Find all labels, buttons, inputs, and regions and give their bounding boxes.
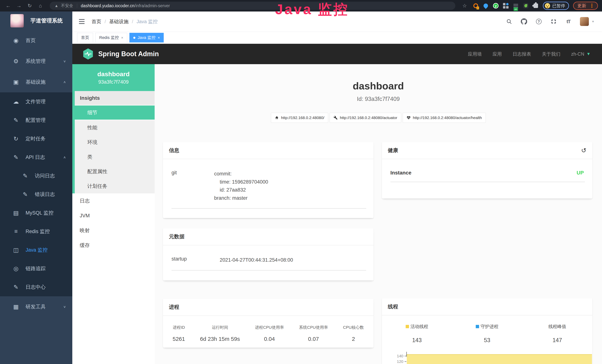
sidebar-item-file[interactable]: ☁ 文件管理 xyxy=(0,92,72,111)
browser-menu-icon[interactable]: ⋮ xyxy=(589,3,595,8)
sidebar-item-java[interactable]: ◫ Java 监控 xyxy=(0,241,72,259)
address-bar[interactable]: ▲ 不安全 dashboard.yudao.iocoder.cn/infra/a… xyxy=(50,2,455,10)
sba-nav-about[interactable]: 关于我们 xyxy=(542,51,560,57)
sba-nav-wallboard[interactable]: 应用墙 xyxy=(468,51,482,57)
sba-item-mappings[interactable]: 映射 xyxy=(72,223,155,238)
extension-orange-ring-icon[interactable]: 1 xyxy=(473,3,479,9)
search-icon[interactable] xyxy=(506,18,512,25)
process-col-pid: 进程ID 5261 xyxy=(172,325,185,342)
sba-item-environment[interactable]: 环境 xyxy=(75,135,155,150)
address-divider xyxy=(77,3,77,8)
extension-on-badge: on xyxy=(514,7,518,11)
back-icon[interactable]: ← xyxy=(4,2,12,10)
sba-sidebar: dashboard 93a3fc7f7409 Insights 细节 性能 环境… xyxy=(72,64,155,364)
infra-submenu: ☁ 文件管理 ✎ 配置管理 ↻ 定时任务 ✎ API 日志 ∧ ✎ xyxy=(0,92,72,296)
sidebar-item-error-log[interactable]: ✎ 错误日志 xyxy=(0,185,72,203)
timer-icon: ↻ xyxy=(12,135,20,142)
sba-locale-select[interactable]: zh-CN ▼ xyxy=(571,51,591,57)
info-row-label: git xyxy=(172,170,214,202)
sidebar-menu: ◉ 首页 ⚙ 系统管理 ∨ ▣ 基础设施 ∧ ☁ 文件管理 ✎ 配置管 xyxy=(0,30,72,317)
avatar-caret-icon[interactable]: ▾ xyxy=(592,20,594,23)
avatar[interactable] xyxy=(580,17,589,26)
sba-nav-journal[interactable]: 日志报表 xyxy=(512,51,531,57)
github-icon[interactable] xyxy=(521,18,527,25)
hamburger-icon[interactable] xyxy=(79,19,85,24)
sidebar-item-infra[interactable]: ▣ 基础设施 ∧ xyxy=(0,72,72,92)
health-card: 健康 ↺ Instance UP xyxy=(382,142,592,199)
sidebar-logo-row[interactable]: 芋道管理系统 xyxy=(0,11,72,30)
main-area: 首页 / 基础设施 / Java 监控 ? tT ▾ xyxy=(72,11,602,364)
tab-home[interactable]: 首页 xyxy=(77,33,93,43)
close-icon[interactable]: × xyxy=(121,36,123,40)
sidebar-item-devtools[interactable]: ▦ 研发工具 ∨ xyxy=(0,296,72,317)
close-icon[interactable]: × xyxy=(158,36,160,40)
breadcrumb-infra[interactable]: 基础设施 xyxy=(109,18,129,25)
page-subtitle: Id: 93a3fc7f7409 xyxy=(155,96,602,102)
forward-icon[interactable]: → xyxy=(15,2,23,10)
sba-insights-group: Insights 细节 性能 环境 类 配置属性 计划任务 xyxy=(72,91,155,193)
sidebar-item-log-center[interactable]: ✎ 日志中心 xyxy=(0,278,72,296)
extension-pin-icon[interactable] xyxy=(483,3,489,9)
instance-home-link[interactable]: http://192.168.0.2:48080/ xyxy=(271,113,328,123)
history-icon[interactable]: ↺ xyxy=(581,147,587,153)
extension-y-icon[interactable]: y xyxy=(493,3,499,9)
heartbeat-icon xyxy=(407,116,411,120)
url-domain: dashboard.yudao.iocoder.cn xyxy=(81,3,134,8)
sba-item-metrics[interactable]: 性能 xyxy=(75,120,155,135)
sba-brand[interactable]: Spring Boot Admin xyxy=(83,48,159,60)
breadcrumb-current: Java 监控 xyxy=(137,18,158,25)
sba-item-logs[interactable]: 日志 xyxy=(72,193,155,208)
process-card: 进程 进程ID 5261 运行时间 6d 23h 15m 59s xyxy=(163,299,374,348)
sba-item-config-props[interactable]: 配置属性 xyxy=(75,164,155,179)
sba-item-classes[interactable]: 类 xyxy=(75,150,155,164)
extension-leaf-icon[interactable] xyxy=(523,3,529,9)
sidebar-item-home[interactable]: ◉ 首页 xyxy=(0,30,72,51)
sidebar-item-tracing[interactable]: ◎ 链路追踪 xyxy=(0,259,72,278)
bookmark-star-icon[interactable]: ☆ xyxy=(461,2,469,10)
sba-item-caches[interactable]: 缓存 xyxy=(72,238,155,253)
cards-left-column: 信息 git commit: time: 1596289704000 id: 2… xyxy=(163,142,374,348)
log-edit-icon: ✎ xyxy=(12,154,20,161)
spring-boot-admin: Spring Boot Admin 应用墙 应用 日志报表 关于我们 zh-CN… xyxy=(72,44,602,364)
instance-health-link[interactable]: http://192.168.0.2:48080/actuator/health xyxy=(403,113,486,123)
process-col-cores: CPU核心数 2 xyxy=(343,325,364,342)
sidebar-item-api-log[interactable]: ✎ API 日志 ∧ xyxy=(0,148,72,167)
sba-content: dashboard Id: 93a3fc7f7409 http://192.16… xyxy=(155,64,602,364)
instance-actuator-link[interactable]: http://192.168.0.2:48080/actuator xyxy=(330,113,401,123)
font-size-icon[interactable]: tT xyxy=(565,18,572,25)
sba-nav-applications[interactable]: 应用 xyxy=(493,51,502,57)
home-icon xyxy=(275,116,279,120)
cards-grid: 信息 git commit: time: 1596289704000 id: 2… xyxy=(163,142,592,364)
sidebar-item-redis[interactable]: ≡ Redis 监控 xyxy=(0,222,72,241)
java-monitor-icon: ◫ xyxy=(12,247,20,254)
sba-app-header[interactable]: dashboard 93a3fc7f7409 xyxy=(72,64,155,91)
row-divider xyxy=(172,208,366,209)
browser-update-button[interactable]: 更新 ⋮ xyxy=(573,2,598,10)
sba-item-jvm[interactable]: JVM xyxy=(72,208,155,223)
profile-paused-badge[interactable]: 已暂停 xyxy=(543,2,569,10)
active-dot-icon xyxy=(133,37,135,39)
sba-item-scheduled-tasks[interactable]: 计划任务 xyxy=(75,179,155,193)
sidebar-item-cron[interactable]: ↻ 定时任务 xyxy=(0,129,72,148)
extension-switch-icon[interactable]: on xyxy=(513,3,519,9)
fullscreen-icon[interactable] xyxy=(550,18,557,25)
info-card: 信息 git commit: time: 1596289704000 id: 2… xyxy=(163,142,374,218)
sidebar-item-config[interactable]: ✎ 配置管理 xyxy=(0,111,72,129)
tab-java[interactable]: Java 监控 × xyxy=(129,33,164,43)
threads-live-col: 活动线程 143 xyxy=(382,324,452,344)
monitor-icon: ▣ xyxy=(12,79,20,86)
help-icon[interactable]: ? xyxy=(536,18,542,25)
health-row-label: Instance xyxy=(390,170,412,176)
home-icon[interactable]: ⌂ xyxy=(36,2,44,10)
reload-icon[interactable]: ↻ xyxy=(26,2,34,10)
sidebar-item-mysql[interactable]: ▤ MySQL 监控 xyxy=(0,203,72,222)
breadcrumb-home[interactable]: 首页 xyxy=(92,18,101,25)
extensions-puzzle-icon[interactable] xyxy=(533,3,539,9)
sidebar-item-system[interactable]: ⚙ 系统管理 ∨ xyxy=(0,51,72,72)
extension-grid-icon[interactable] xyxy=(503,3,509,9)
tab-redis[interactable]: Redis 监控 × xyxy=(95,33,127,43)
sba-item-details[interactable]: 细节 xyxy=(75,106,155,120)
sidebar-item-access-log[interactable]: ✎ 访问日志 xyxy=(0,167,72,185)
legend-live-icon xyxy=(406,325,409,328)
sba-app-name: dashboard xyxy=(97,70,129,78)
